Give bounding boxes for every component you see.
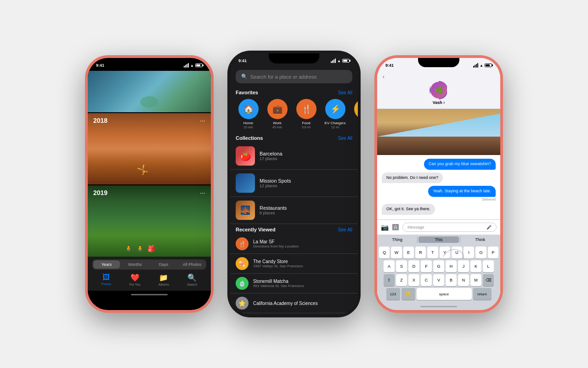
fav-food[interactable]: 🍴 Food 9.8 mi xyxy=(294,99,319,129)
key-s[interactable]: S xyxy=(396,260,407,272)
key-v[interactable]: V xyxy=(433,274,444,286)
key-d[interactable]: D xyxy=(408,260,419,272)
restaurants-name: Restaurants xyxy=(260,205,352,211)
more-btn-2019[interactable]: ··· xyxy=(200,189,205,196)
key-n[interactable]: N xyxy=(458,274,469,286)
contact-name[interactable]: Vash › xyxy=(433,100,445,105)
key-c[interactable]: C xyxy=(421,274,432,286)
key-l[interactable]: L xyxy=(483,260,494,272)
key-b[interactable]: B xyxy=(446,274,457,286)
lamar-info: La Mar SF Directions from My Location xyxy=(253,239,352,248)
pred-think[interactable]: Think xyxy=(460,236,500,243)
pred-thing[interactable]: Thing xyxy=(377,236,417,243)
key-z[interactable]: Z xyxy=(396,274,407,286)
collection-mission-spots[interactable]: Mission Spots 12 places xyxy=(230,170,358,197)
key-o[interactable]: O xyxy=(475,247,486,259)
messages-header: ‹ 🌿 Vash › xyxy=(377,71,500,109)
key-m[interactable]: M xyxy=(470,274,481,286)
recent-matcha[interactable]: 🍵 Stonemill Matcha 561 Valencia St, San … xyxy=(230,274,358,293)
year-2018-label: 2018 xyxy=(93,117,107,124)
photo-2019[interactable]: 2019 ··· 🧍🧍🎒 xyxy=(88,185,211,257)
nav-search-label: Search xyxy=(187,283,197,286)
key-q[interactable]: Q xyxy=(379,247,390,259)
matcha-info: Stonemill Matcha 561 Valencia St, San Fr… xyxy=(253,279,352,288)
photo-2018[interactable]: 2018 ··· 🤸 xyxy=(88,113,211,184)
nav-photos[interactable]: 🖼 Photos xyxy=(102,273,112,286)
key-i[interactable]: I xyxy=(464,247,474,259)
tab-days[interactable]: Days xyxy=(150,260,177,269)
key-t[interactable]: T xyxy=(427,247,438,259)
key-f[interactable]: F xyxy=(421,260,432,272)
recently-title: Recently Viewed xyxy=(236,227,276,232)
recent-candy[interactable]: 🍬 The Candy Store 1507 Vallejo St, San F… xyxy=(230,254,358,274)
appstore-icon[interactable]: 🅰 xyxy=(392,224,399,231)
fav-ev[interactable]: ⚡ EV Chargers 12 mi xyxy=(322,99,348,129)
fav-work-icon: 💼 xyxy=(267,99,288,119)
photo-landscape[interactable] xyxy=(88,71,211,112)
collection-restaurants[interactable]: Restaurants 8 places xyxy=(230,197,358,224)
collections-header: Collections See All xyxy=(230,132,358,143)
key-y[interactable]: Y xyxy=(440,247,450,259)
people-icons: 🧍🧍🎒 xyxy=(124,245,155,252)
favorites-see-all[interactable]: See All xyxy=(338,90,352,95)
back-button[interactable]: ‹ xyxy=(383,74,495,80)
tab-all-photos[interactable]: All Photos xyxy=(179,260,205,269)
key-h[interactable]: H xyxy=(446,260,457,272)
delivered-label: Delivered xyxy=(382,198,496,201)
home-bar-1 xyxy=(88,291,211,298)
mission-thumb xyxy=(236,173,255,193)
contact-avatar-ring[interactable]: 🌿 xyxy=(430,81,448,99)
nav-for-you[interactable]: ❤️ For You xyxy=(129,273,140,286)
academy-info: California Academy of Sciences xyxy=(253,301,352,306)
status-icons-1: ▲ xyxy=(184,63,203,68)
key-123[interactable]: 123 xyxy=(386,288,400,300)
tab-months[interactable]: Months xyxy=(122,260,148,269)
mission-info: Mission Spots 12 places xyxy=(260,178,352,188)
collection-barcelona[interactable]: Barcelona 17 places xyxy=(230,143,358,170)
barcelona-info: Barcelona 17 places xyxy=(260,151,352,161)
key-j[interactable]: J xyxy=(458,260,469,272)
fav-food-sub: 9.8 mi xyxy=(302,126,311,129)
key-w[interactable]: W xyxy=(391,247,401,259)
lamar-icon: 🍴 xyxy=(236,237,249,250)
key-u[interactable]: U xyxy=(452,247,462,259)
recent-academy[interactable]: ⭐ California Academy of Sciences xyxy=(230,293,358,313)
key-x[interactable]: X xyxy=(408,274,419,286)
signal-3 xyxy=(473,63,478,68)
key-k[interactable]: K xyxy=(470,260,481,272)
key-emoji[interactable]: 🙂 xyxy=(401,288,415,300)
tab-years[interactable]: Years xyxy=(93,260,120,269)
camera-icon[interactable]: 📷 xyxy=(381,224,389,231)
nav-albums-label: Albums xyxy=(158,283,169,286)
key-shift[interactable]: ⇧ xyxy=(384,274,395,286)
key-return[interactable]: return xyxy=(473,288,492,300)
nav-search[interactable]: 🔍 Search xyxy=(187,273,197,286)
key-p[interactable]: P xyxy=(488,247,498,259)
fav-home[interactable]: 🏠 Home 10 min xyxy=(236,99,261,129)
message-3: Yeah. Staying at the beach late. xyxy=(428,186,496,197)
key-r[interactable]: R xyxy=(415,247,426,259)
fav-work[interactable]: 💼 Work 45 min xyxy=(265,99,290,129)
search-bar[interactable]: 🔍 Search for a place or address xyxy=(236,70,352,83)
notch-2 xyxy=(269,53,319,63)
collections-see-all[interactable]: See All xyxy=(338,136,352,141)
pred-this[interactable]: This xyxy=(418,236,458,243)
nav-albums[interactable]: 📁 Albums xyxy=(158,273,169,286)
barcelona-thumb xyxy=(236,146,255,166)
key-g[interactable]: G xyxy=(433,260,444,272)
key-delete[interactable]: ⌫ xyxy=(483,274,494,286)
fav-grocery[interactable]: 🛒 Groc 13 m xyxy=(351,99,358,129)
more-btn-2018[interactable]: ··· xyxy=(200,117,205,124)
fav-home-icon: 🏠 xyxy=(238,99,259,119)
barcelona-count: 17 places xyxy=(260,156,352,161)
message-4: OK, got it. See ya there. xyxy=(382,204,435,215)
keyboard[interactable]: Q W E R T Y U I O P A S D F G H xyxy=(377,245,500,303)
recent-lamar[interactable]: 🍴 La Mar SF Directions from My Location xyxy=(230,234,358,254)
recently-see-all[interactable]: See All xyxy=(338,227,352,232)
key-space[interactable]: space xyxy=(417,288,472,300)
message-2: No problem. Do I need one? xyxy=(382,172,443,184)
fav-ev-sub: 12 mi xyxy=(331,126,339,129)
message-input[interactable]: Message 🎤 xyxy=(402,223,497,232)
key-a[interactable]: A xyxy=(384,260,395,272)
key-e[interactable]: E xyxy=(403,247,414,259)
